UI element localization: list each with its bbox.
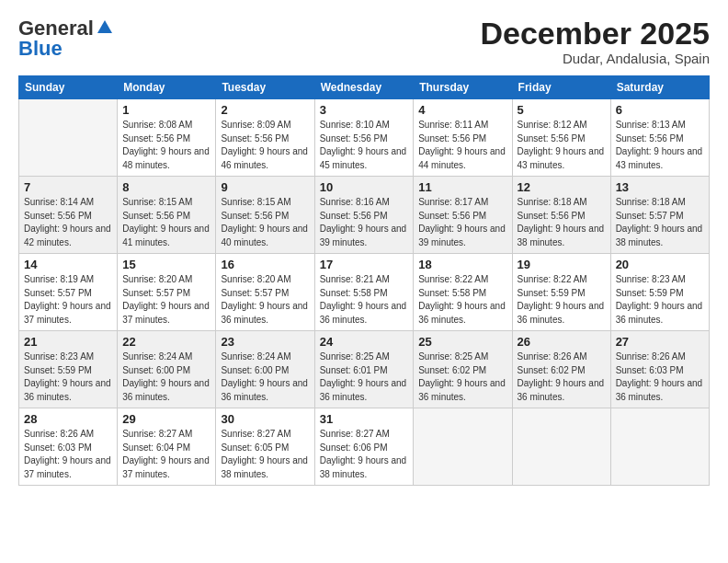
location: Dudar, Andalusia, Spain <box>480 51 710 66</box>
day-info: Sunrise: 8:23 AMSunset: 5:59 PMDaylight:… <box>616 273 704 327</box>
day-number: 16 <box>221 258 309 271</box>
day-number: 24 <box>320 335 409 349</box>
weekday-header-sunday: Sunday <box>19 76 118 99</box>
svg-marker-0 <box>97 20 112 33</box>
day-info: Sunrise: 8:23 AMSunset: 5:59 PMDaylight:… <box>24 350 112 404</box>
day-info: Sunrise: 8:11 AMSunset: 5:56 PMDaylight:… <box>418 119 506 172</box>
day-info: Sunrise: 8:18 AMSunset: 5:56 PMDaylight:… <box>518 196 606 249</box>
day-info: Sunrise: 8:16 AMSunset: 5:56 PMDaylight:… <box>320 196 409 249</box>
weekday-header-monday: Monday <box>118 76 216 99</box>
day-info: Sunrise: 8:22 AMSunset: 5:59 PMDaylight:… <box>518 273 606 327</box>
calendar-week-row: 21Sunrise: 8:23 AMSunset: 5:59 PMDayligh… <box>19 331 710 408</box>
calendar-cell <box>19 99 118 177</box>
day-info: Sunrise: 8:27 AMSunset: 6:06 PMDaylight:… <box>320 428 409 481</box>
calendar-cell: 14Sunrise: 8:19 AMSunset: 5:57 PMDayligh… <box>19 254 118 331</box>
calendar-cell: 3Sunrise: 8:10 AMSunset: 5:56 PMDaylight… <box>314 99 414 177</box>
day-info: Sunrise: 8:20 AMSunset: 5:57 PMDaylight:… <box>122 273 210 327</box>
calendar-cell: 6Sunrise: 8:13 AMSunset: 5:56 PMDaylight… <box>610 99 709 177</box>
calendar-cell: 9Sunrise: 8:15 AMSunset: 5:56 PMDaylight… <box>216 177 314 254</box>
day-number: 17 <box>320 258 409 271</box>
calendar-cell: 19Sunrise: 8:22 AMSunset: 5:59 PMDayligh… <box>512 254 610 331</box>
day-info: Sunrise: 8:10 AMSunset: 5:56 PMDaylight:… <box>320 119 409 172</box>
day-info: Sunrise: 8:27 AMSunset: 6:04 PMDaylight:… <box>122 428 210 481</box>
calendar-cell: 27Sunrise: 8:26 AMSunset: 6:03 PMDayligh… <box>610 331 709 408</box>
day-info: Sunrise: 8:15 AMSunset: 5:56 PMDaylight:… <box>122 196 210 249</box>
calendar-table: SundayMondayTuesdayWednesdayThursdayFrid… <box>18 75 710 486</box>
day-number: 30 <box>221 412 309 426</box>
day-number: 11 <box>418 180 506 194</box>
calendar-cell: 15Sunrise: 8:20 AMSunset: 5:57 PMDayligh… <box>118 254 216 331</box>
day-number: 18 <box>418 258 506 271</box>
day-info: Sunrise: 8:15 AMSunset: 5:56 PMDaylight:… <box>221 196 309 249</box>
day-number: 20 <box>616 258 704 271</box>
day-number: 14 <box>24 258 112 271</box>
calendar-cell: 12Sunrise: 8:18 AMSunset: 5:56 PMDayligh… <box>512 177 610 254</box>
day-number: 25 <box>418 335 506 349</box>
header: General Blue December 2025 Dudar, Andalu… <box>18 17 710 66</box>
day-number: 8 <box>122 180 210 194</box>
day-info: Sunrise: 8:14 AMSunset: 5:56 PMDaylight:… <box>24 196 112 249</box>
day-info: Sunrise: 8:26 AMSunset: 6:03 PMDaylight:… <box>24 428 112 481</box>
calendar-cell <box>610 408 709 486</box>
day-number: 31 <box>320 412 409 426</box>
weekday-header-tuesday: Tuesday <box>216 76 314 99</box>
calendar-cell: 7Sunrise: 8:14 AMSunset: 5:56 PMDaylight… <box>19 177 118 254</box>
day-number: 19 <box>518 258 606 271</box>
day-number: 15 <box>122 258 210 271</box>
calendar-cell: 29Sunrise: 8:27 AMSunset: 6:04 PMDayligh… <box>118 408 216 486</box>
day-info: Sunrise: 8:20 AMSunset: 5:57 PMDaylight:… <box>221 273 309 327</box>
day-number: 2 <box>221 103 309 117</box>
day-number: 9 <box>221 180 309 194</box>
calendar-week-row: 7Sunrise: 8:14 AMSunset: 5:56 PMDaylight… <box>19 177 710 254</box>
day-number: 1 <box>122 103 210 117</box>
day-info: Sunrise: 8:27 AMSunset: 6:05 PMDaylight:… <box>221 428 309 481</box>
day-number: 5 <box>518 103 606 117</box>
calendar-cell: 4Sunrise: 8:11 AMSunset: 5:56 PMDaylight… <box>414 99 512 177</box>
weekday-header-friday: Friday <box>512 76 610 99</box>
calendar-cell: 26Sunrise: 8:26 AMSunset: 6:02 PMDayligh… <box>512 331 610 408</box>
day-info: Sunrise: 8:08 AMSunset: 5:56 PMDaylight:… <box>122 119 210 172</box>
calendar-cell: 16Sunrise: 8:20 AMSunset: 5:57 PMDayligh… <box>216 254 314 331</box>
day-number: 22 <box>122 335 210 349</box>
day-info: Sunrise: 8:24 AMSunset: 6:00 PMDaylight:… <box>122 350 210 404</box>
day-info: Sunrise: 8:19 AMSunset: 5:57 PMDaylight:… <box>24 273 112 327</box>
day-info: Sunrise: 8:17 AMSunset: 5:56 PMDaylight:… <box>418 196 506 249</box>
calendar-week-row: 28Sunrise: 8:26 AMSunset: 6:03 PMDayligh… <box>19 408 710 486</box>
weekday-header-thursday: Thursday <box>414 76 512 99</box>
day-number: 21 <box>24 335 112 349</box>
calendar-cell: 22Sunrise: 8:24 AMSunset: 6:00 PMDayligh… <box>118 331 216 408</box>
day-info: Sunrise: 8:24 AMSunset: 6:00 PMDaylight:… <box>221 350 309 404</box>
day-number: 12 <box>518 180 606 194</box>
day-info: Sunrise: 8:21 AMSunset: 5:58 PMDaylight:… <box>320 273 409 327</box>
calendar-cell: 17Sunrise: 8:21 AMSunset: 5:58 PMDayligh… <box>314 254 414 331</box>
logo-icon <box>96 18 114 37</box>
calendar-cell: 10Sunrise: 8:16 AMSunset: 5:56 PMDayligh… <box>314 177 414 254</box>
weekday-header-saturday: Saturday <box>610 76 709 99</box>
calendar-cell: 18Sunrise: 8:22 AMSunset: 5:58 PMDayligh… <box>414 254 512 331</box>
day-number: 23 <box>221 335 309 349</box>
calendar-week-row: 1Sunrise: 8:08 AMSunset: 5:56 PMDaylight… <box>19 99 710 177</box>
day-info: Sunrise: 8:25 AMSunset: 6:01 PMDaylight:… <box>320 350 409 404</box>
calendar-week-row: 14Sunrise: 8:19 AMSunset: 5:57 PMDayligh… <box>19 254 710 331</box>
day-number: 10 <box>320 180 409 194</box>
day-info: Sunrise: 8:26 AMSunset: 6:03 PMDaylight:… <box>616 350 704 404</box>
calendar-cell: 21Sunrise: 8:23 AMSunset: 5:59 PMDayligh… <box>19 331 118 408</box>
calendar-cell: 5Sunrise: 8:12 AMSunset: 5:56 PMDaylight… <box>512 99 610 177</box>
day-info: Sunrise: 8:22 AMSunset: 5:58 PMDaylight:… <box>418 273 506 327</box>
calendar-cell: 24Sunrise: 8:25 AMSunset: 6:01 PMDayligh… <box>314 331 414 408</box>
day-info: Sunrise: 8:12 AMSunset: 5:56 PMDaylight:… <box>518 119 606 172</box>
title-block: December 2025 Dudar, Andalusia, Spain <box>480 17 710 66</box>
calendar-cell <box>414 408 512 486</box>
day-info: Sunrise: 8:26 AMSunset: 6:02 PMDaylight:… <box>518 350 606 404</box>
calendar-cell: 11Sunrise: 8:17 AMSunset: 5:56 PMDayligh… <box>414 177 512 254</box>
day-number: 26 <box>518 335 606 349</box>
logo-blue: Blue <box>18 37 63 61</box>
calendar-cell: 8Sunrise: 8:15 AMSunset: 5:56 PMDaylight… <box>118 177 216 254</box>
calendar-cell: 23Sunrise: 8:24 AMSunset: 6:00 PMDayligh… <box>216 331 314 408</box>
day-number: 4 <box>418 103 506 117</box>
calendar-cell: 13Sunrise: 8:18 AMSunset: 5:57 PMDayligh… <box>610 177 709 254</box>
day-number: 13 <box>616 180 704 194</box>
calendar-cell: 1Sunrise: 8:08 AMSunset: 5:56 PMDaylight… <box>118 99 216 177</box>
day-number: 6 <box>616 103 704 117</box>
weekday-header-wednesday: Wednesday <box>314 76 414 99</box>
